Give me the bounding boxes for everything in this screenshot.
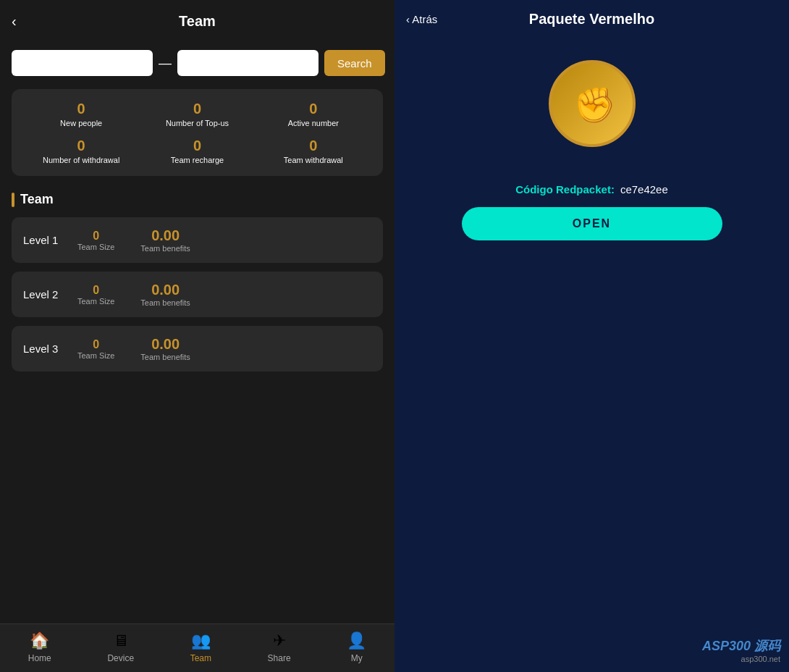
- nav-device-label: Device: [107, 653, 134, 663]
- team-section-title: Team: [20, 192, 54, 207]
- search-input-from[interactable]: [12, 50, 153, 76]
- level-1-benefits: 0.00 Team benefits: [140, 227, 190, 253]
- stats-card: 0 New people 0 Number of Top-us 0 Active…: [12, 89, 383, 176]
- stat-new-people: 0 New people: [23, 101, 139, 127]
- nav-my[interactable]: 👤 My: [347, 631, 366, 663]
- right-panel: ‹ Atrás Paquete Vermelho ✊ ✊ Código Redp…: [394, 0, 789, 672]
- right-title: Paquete Vermelho: [529, 11, 654, 28]
- stat-new-people-label: New people: [60, 119, 102, 127]
- stat-topus-label: Number of Top-us: [166, 119, 229, 127]
- nav-share-label: Share: [268, 653, 291, 663]
- level-2-label: Level 2: [23, 288, 63, 301]
- stat-withdrawal-label: Number of withdrawal: [43, 156, 119, 164]
- level-1-label: Level 1: [23, 234, 63, 246]
- stat-withdrawal: 0 Number of withdrawal: [23, 138, 139, 164]
- search-bar: — Search: [0, 43, 394, 83]
- team-section-header: Team: [0, 182, 394, 213]
- watermark-line2: asp300.net: [702, 655, 780, 663]
- level-1-benefits-label: Team benefits: [140, 244, 190, 253]
- nav-share[interactable]: ✈ Share: [268, 631, 291, 663]
- search-dash: —: [159, 56, 172, 71]
- level-3-benefits-value: 0.00: [151, 336, 180, 353]
- redpacket-code: Código Redpacket: ce7e42ee: [394, 161, 789, 207]
- level-2-size-value: 0: [93, 284, 99, 297]
- stat-recharge-label: Team recharge: [171, 156, 224, 164]
- watermark-line1: ASP300 源码: [702, 637, 780, 655]
- level-1-benefits-value: 0.00: [151, 227, 180, 244]
- redpacket-value: ce7e42ee: [620, 183, 668, 196]
- open-button-container: OPEN: [394, 207, 789, 240]
- bottom-nav: 🏠 Home 🖥 Device 👥 Team ✈ Share 👤 My: [0, 623, 394, 672]
- stat-active-label: Active number: [288, 119, 339, 127]
- stat-recharge-value: 0: [193, 138, 201, 154]
- search-input-to[interactable]: [177, 50, 318, 76]
- svg-text:✊: ✊: [575, 87, 614, 123]
- level-3-card: Level 3 0 Team Size 0.00 Team benefits: [12, 326, 383, 371]
- level-1-card: Level 1 0 Team Size 0.00 Team benefits: [12, 217, 383, 263]
- level-3-benefits-label: Team benefits: [140, 353, 190, 361]
- level-1-size-value: 0: [93, 230, 99, 243]
- nav-my-label: My: [351, 653, 363, 663]
- nav-team-label: Team: [190, 653, 211, 663]
- redpacket-label: Código Redpacket:: [515, 183, 615, 196]
- stat-topus: 0 Number of Top-us: [139, 101, 255, 127]
- watermark: ASP300 源码 asp300.net: [702, 637, 780, 663]
- logo-hand-icon: ✊ ✊: [567, 78, 617, 129]
- level-3-size: 0 Team Size: [77, 338, 114, 360]
- level-3-size-label: Team Size: [77, 351, 114, 360]
- left-header: ‹ Team: [0, 0, 394, 43]
- level-3-label: Level 3: [23, 343, 63, 355]
- level-2-benefits-label: Team benefits: [140, 298, 190, 307]
- level-1-size-label: Team Size: [77, 243, 114, 251]
- team-icon: 👥: [191, 631, 211, 650]
- stat-team-withdrawal: 0 Team withdrawal: [256, 138, 371, 164]
- level-3-size-value: 0: [93, 338, 99, 351]
- stat-recharge: 0 Team recharge: [139, 138, 255, 164]
- nav-home-label: Home: [28, 653, 51, 663]
- team-section-bar: [12, 193, 14, 207]
- level-2-card: Level 2 0 Team Size 0.00 Team benefits: [12, 272, 383, 317]
- stat-topus-value: 0: [193, 101, 201, 117]
- level-2-benefits-value: 0.00: [151, 282, 180, 298]
- level-1-size: 0 Team Size: [77, 230, 114, 251]
- stat-active: 0 Active number: [256, 101, 371, 127]
- search-button[interactable]: Search: [324, 50, 385, 76]
- level-2-size-label: Team Size: [77, 297, 114, 306]
- nav-team[interactable]: 👥 Team: [190, 631, 211, 663]
- stat-team-withdrawal-value: 0: [309, 138, 317, 154]
- logo-circle: ✊ ✊: [549, 60, 636, 147]
- nav-home[interactable]: 🏠 Home: [28, 631, 51, 663]
- nav-device[interactable]: 🖥 Device: [107, 631, 134, 663]
- my-icon: 👤: [347, 631, 366, 650]
- logo-container: ✊ ✊: [394, 38, 789, 161]
- level-3-benefits: 0.00 Team benefits: [140, 336, 190, 361]
- level-2-benefits: 0.00 Team benefits: [140, 282, 190, 307]
- left-title: Team: [179, 13, 216, 30]
- stat-new-people-value: 0: [77, 101, 85, 117]
- stat-team-withdrawal-label: Team withdrawal: [284, 156, 343, 164]
- back-button-left[interactable]: ‹: [12, 13, 17, 30]
- right-header: ‹ Atrás Paquete Vermelho: [394, 0, 789, 38]
- open-button[interactable]: OPEN: [462, 207, 722, 240]
- stat-active-value: 0: [309, 101, 317, 117]
- share-icon: ✈: [273, 631, 286, 650]
- left-panel: ‹ Team — Search 0 New people 0 Number of…: [0, 0, 394, 672]
- back-button-right[interactable]: ‹ Atrás: [406, 13, 437, 25]
- stat-withdrawal-value: 0: [77, 138, 85, 154]
- home-icon: 🏠: [30, 631, 49, 650]
- level-2-size: 0 Team Size: [77, 284, 114, 306]
- device-icon: 🖥: [113, 631, 129, 650]
